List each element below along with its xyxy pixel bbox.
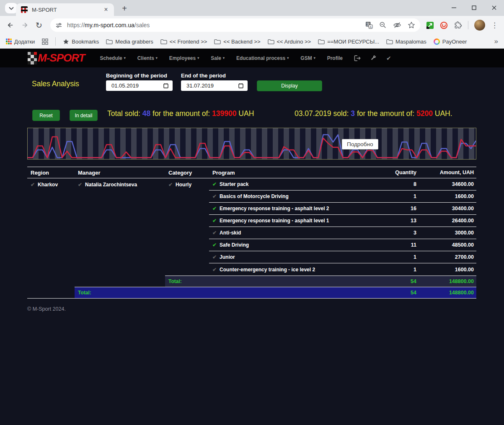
total-summary: Total sold: 48 for the amount of: 139900… (107, 109, 254, 118)
amount-cell: 26400.00 (419, 215, 476, 227)
close-window-button[interactable] (490, 3, 498, 12)
display-button[interactable]: Display (257, 80, 322, 91)
bookmark-folder[interactable]: Media grabbers (106, 39, 153, 45)
check-icon[interactable]: ✔ (212, 181, 217, 187)
bookmark-label: << Backend >> (223, 39, 260, 45)
quantity-cell: 3 (372, 227, 419, 239)
begin-date-input[interactable]: 01.05.2019 (106, 80, 173, 91)
bookmark-payoneer[interactable]: PayOneer (434, 39, 467, 45)
calendar-icon[interactable] (238, 83, 243, 88)
day-amount: 5200 (416, 109, 433, 118)
bookmark-folder[interactable]: << Arduino >> (268, 39, 311, 45)
extension-target-icon[interactable] (440, 21, 448, 29)
wrench-icon[interactable] (370, 55, 377, 61)
bookmark-star-icon[interactable] (408, 21, 415, 29)
new-tab-button[interactable]: + (119, 3, 130, 14)
check-icon[interactable]: ✔ (31, 182, 35, 188)
url-text[interactable]: https://my.m-sport.com.ua/sales (67, 22, 365, 28)
check-icon[interactable]: ✔ (212, 218, 217, 224)
reset-button[interactable]: Reset (32, 110, 60, 121)
apps-grid-icon (6, 39, 12, 44)
bookmark-folder[interactable]: << Backend >> (214, 39, 260, 45)
menu-employees[interactable]: Employees▾ (169, 55, 199, 61)
bookmark-folder[interactable]: ==МОИ РЕСУРСЫ... (318, 39, 379, 45)
browser-tab[interactable]: M-SPORT × (16, 3, 114, 16)
calendar-icon[interactable] (163, 83, 168, 88)
row-spacer (27, 227, 209, 239)
amount-cell: 2700.00 (419, 251, 476, 263)
col-header-region: Region (27, 167, 75, 178)
check-icon[interactable]: ✔ (212, 254, 217, 260)
program-cell[interactable]: ✔Safe Driving (209, 239, 372, 251)
check-icon[interactable]: ✔ (168, 182, 173, 188)
program-cell[interactable]: ✔Emergency response training - asphalt l… (209, 215, 372, 227)
bookmark-label: << Arduino >> (277, 39, 311, 45)
row-spacer (27, 263, 209, 276)
menu-gsm[interactable]: GSM▾ (300, 55, 315, 61)
caret-down-icon: ▾ (223, 56, 225, 60)
profile-avatar[interactable] (474, 20, 485, 31)
check-icon[interactable]: ✔ (212, 206, 217, 211)
bookmark-apps[interactable]: Додатки (6, 39, 35, 45)
reload-button[interactable]: ↻ (34, 20, 44, 31)
app-navbar: M-SPORT Schedule▾ Clients▾ Employees▾ Sa… (0, 49, 504, 67)
chevron-down-icon (9, 7, 14, 10)
minimize-button[interactable] (450, 3, 458, 12)
bookmarks-overflow-chevron[interactable]: » (494, 37, 498, 46)
program-cell[interactable]: ✔Counter-emergency training - ice level … (209, 263, 372, 276)
bookmark-folder[interactable]: Maspalomas (386, 39, 426, 45)
sales-sparkline-chart[interactable]: Подробно (27, 128, 476, 160)
bookmark-folder[interactable]: << Frontend >> (160, 39, 207, 45)
logout-icon[interactable] (354, 55, 361, 61)
bookmark-bookmarks[interactable]: Bookmarks (63, 39, 99, 45)
site-settings-icon[interactable] (53, 19, 65, 31)
region-cell: ✔Kharkov (27, 178, 75, 191)
extensions-row: ⋮ (426, 20, 500, 31)
check-icon[interactable]: ✔ (212, 267, 217, 273)
check-icon[interactable]: ✔ (212, 242, 217, 248)
menu-sale[interactable]: Sale▾ (211, 55, 225, 61)
check-icon[interactable]: ✔ (78, 182, 82, 188)
day-summary: 03.07.2019 sold: 3 for the amount of: 52… (295, 109, 452, 118)
forward-button[interactable] (19, 20, 30, 31)
extension-green-icon[interactable] (426, 21, 434, 29)
program-cell[interactable]: ✔Emergency response training - asphalt l… (209, 203, 372, 215)
eye-off-icon[interactable] (393, 21, 401, 29)
menu-schedule[interactable]: Schedule▾ (100, 55, 125, 61)
caret-down-icon: ▾ (197, 56, 199, 60)
back-button[interactable] (5, 20, 16, 31)
bookmark-grid-button[interactable] (42, 39, 48, 45)
program-cell[interactable]: ✔Starter pack (209, 178, 372, 191)
row-spacer (27, 191, 209, 203)
check-icon[interactable]: ✔ (212, 230, 217, 236)
program-cell[interactable]: ✔Anti-skid (209, 227, 372, 239)
program-cell[interactable]: ✔Basics of Motorcycle Driving (209, 191, 372, 203)
check-icon[interactable]: ✔ (212, 193, 217, 199)
page-title: Sales Analysis (32, 80, 79, 88)
translate-icon[interactable]: 文A (365, 21, 373, 29)
extensions-puzzle-icon[interactable] (454, 21, 462, 29)
menu-profile[interactable]: Profile (327, 55, 343, 61)
col-header-program: Program (209, 167, 372, 178)
amount-cell: 34600.00 (419, 178, 476, 191)
subtotal-label: Total: (165, 276, 372, 287)
manager-cell: ✔Natalia Zarochintseva (75, 178, 165, 191)
menu-educational-process[interactable]: Educational process▾ (236, 55, 289, 61)
tab-close-icon[interactable]: × (102, 6, 110, 13)
address-bar[interactable]: https://my.m-sport.com.ua/sales 文A (50, 18, 420, 32)
zoom-icon[interactable] (379, 21, 387, 29)
program-cell[interactable]: ✔Junior (209, 251, 372, 263)
check-icon[interactable]: ✔ (386, 55, 391, 62)
bookmark-label: << Frontend >> (170, 39, 207, 45)
svg-text:A: A (370, 25, 372, 29)
menu-clients[interactable]: Clients▾ (137, 55, 158, 61)
bookmark-label: Maspalomas (395, 39, 426, 45)
folder-icon (318, 39, 325, 44)
maximize-button[interactable] (470, 3, 478, 12)
end-period-label: End of the period (181, 72, 226, 79)
browser-menu-icon[interactable]: ⋮ (491, 21, 498, 30)
end-date-input[interactable]: 31.07.2019 (181, 80, 248, 91)
brand-logo[interactable]: M-SPORT (28, 52, 85, 64)
col-header-amount: Amount, UAH (419, 167, 476, 178)
in-detail-button[interactable]: In detail (70, 110, 98, 121)
